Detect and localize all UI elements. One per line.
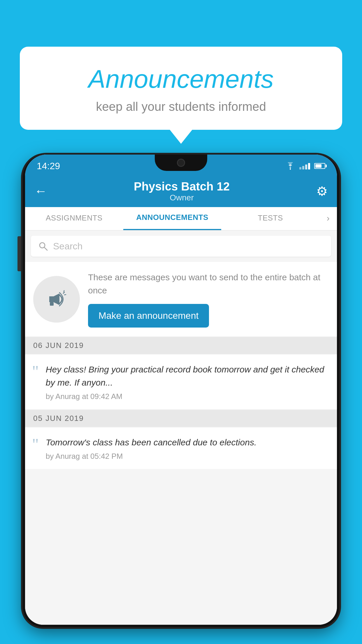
announcement-text-2: Tomorrow's class has been cancelled due … <box>46 436 330 449</box>
phone-frame: 14:29 <box>23 155 339 627</box>
speech-bubble-card: Announcements keep all your students inf… <box>20 47 342 130</box>
announcement-info: These are messages you want to send to t… <box>88 271 329 328</box>
status-time: 14:29 <box>37 161 60 172</box>
content-area: Search <box>25 230 337 625</box>
tab-tests[interactable]: TESTS <box>221 207 319 230</box>
app-header: ← Physics Batch 12 Owner ⚙ <box>25 175 337 207</box>
info-text: These are messages you want to send to t… <box>88 271 329 297</box>
battery-icon <box>314 163 325 169</box>
svg-line-4 <box>63 292 64 293</box>
search-placeholder: Search <box>53 241 82 252</box>
announcement-content-1: Hey class! Bring your practical record b… <box>46 363 330 401</box>
svg-rect-3 <box>50 302 54 306</box>
announcement-item-2[interactable]: " Tomorrow's class has been cancelled du… <box>25 428 337 469</box>
wifi-icon <box>285 162 295 170</box>
date-separator-1: 06 JUN 2019 <box>25 337 337 354</box>
back-button[interactable]: ← <box>34 185 47 197</box>
date-separator-2: 05 JUN 2019 <box>25 410 337 427</box>
signal-icon <box>299 162 310 169</box>
announcement-text-1: Hey class! Bring your practical record b… <box>46 363 330 389</box>
svg-line-6 <box>64 290 64 292</box>
announcement-item-1[interactable]: " Hey class! Bring your practical record… <box>25 355 337 409</box>
phone-screen: 14:29 <box>25 155 337 625</box>
phone-notch <box>155 155 207 171</box>
svg-line-5 <box>64 295 66 295</box>
status-icons <box>285 162 325 170</box>
settings-icon[interactable]: ⚙ <box>316 184 328 199</box>
empty-state-card: These are messages you want to send to t… <box>25 262 337 336</box>
search-bar[interactable]: Search <box>31 236 331 257</box>
announcement-meta-1: by Anurag at 09:42 AM <box>46 392 330 401</box>
tab-announcements[interactable]: ANNOUNCEMENTS <box>123 207 222 230</box>
svg-line-2 <box>44 247 47 250</box>
tab-assignments[interactable]: ASSIGNMENTS <box>25 207 123 230</box>
announcement-meta-2: by Anurag at 05:42 PM <box>46 452 330 461</box>
search-icon <box>38 241 48 251</box>
quote-icon-1: " <box>32 365 39 378</box>
megaphone-circle <box>33 276 80 323</box>
header-center: Physics Batch 12 Owner <box>47 180 316 202</box>
batch-subtitle: Owner <box>47 193 316 202</box>
camera <box>177 159 185 167</box>
tabs-container: ASSIGNMENTS ANNOUNCEMENTS TESTS › <box>25 207 337 230</box>
speech-bubble-section: Announcements keep all your students inf… <box>20 47 342 130</box>
svg-point-0 <box>290 169 291 170</box>
quote-icon-2: " <box>32 438 39 451</box>
make-announcement-button[interactable]: Make an announcement <box>88 304 209 328</box>
announcement-content-2: Tomorrow's class has been cancelled due … <box>46 436 330 461</box>
tab-more[interactable]: › <box>319 207 337 230</box>
phone-container: 14:29 <box>23 155 339 644</box>
megaphone-icon <box>43 286 70 312</box>
bubble-title: Announcements <box>43 64 319 94</box>
batch-title: Physics Batch 12 <box>47 180 316 193</box>
bubble-subtitle: keep all your students informed <box>43 100 319 114</box>
